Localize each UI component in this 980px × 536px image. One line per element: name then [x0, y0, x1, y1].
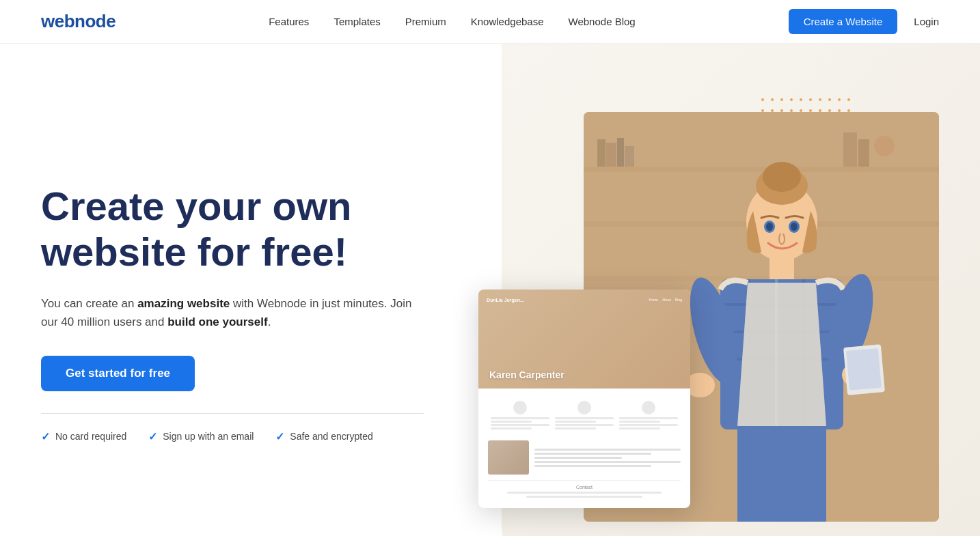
mockup-text-line-3	[534, 457, 622, 459]
trust-label-3: Safe and encrypted	[290, 431, 372, 442]
dot-decoration	[790, 98, 793, 101]
mockup-contact-line-1	[507, 492, 662, 494]
trust-label-1: No card required	[55, 431, 126, 442]
mockup-line-short-5	[619, 421, 660, 423]
trust-item-encrypted: ✓ Safe and encrypted	[275, 430, 372, 443]
mockup-icons-row	[488, 397, 681, 434]
dot-decoration	[819, 98, 821, 101]
create-website-button[interactable]: Create a Website	[789, 9, 898, 34]
mockup-text-line-1	[534, 449, 681, 451]
dot-decoration	[780, 98, 783, 101]
hero-left: Create your own website for free! You ca…	[41, 170, 506, 443]
mockup-person-name: Karen Carpenter	[489, 369, 564, 380]
trust-item-email: ✓ Sign up with an email	[148, 430, 254, 443]
subtitle-text-end: .	[268, 315, 271, 328]
svg-rect-15	[770, 255, 794, 283]
mockup-contact-section: Contact	[488, 480, 681, 498]
login-button[interactable]: Login	[914, 16, 939, 27]
mockup-line-2	[491, 424, 549, 426]
subtitle-bold-2: build one yourself	[167, 315, 267, 328]
mockup-contact-label: Contact	[488, 485, 681, 490]
mockup-text-line-5	[534, 465, 651, 467]
mockup-text-lines	[534, 440, 681, 475]
subtitle-text-before: You can create an	[41, 297, 137, 310]
svg-rect-33	[737, 426, 826, 522]
mockup-icon-3	[616, 397, 681, 434]
mockup-thumbnail	[488, 440, 529, 475]
mockup-icon-lines-2	[555, 417, 614, 429]
mockup-line-short-2	[491, 427, 532, 429]
mockup-line-short-6	[619, 427, 660, 429]
mockup-icon-lines-1	[491, 417, 549, 429]
mockup-icon-2	[552, 397, 616, 434]
mockup-nav-item-1: Home	[649, 298, 658, 302]
subtitle-bold-1: amazing website	[137, 297, 230, 310]
mockup-text-line-4	[534, 461, 681, 463]
mockup-nav: DunLia Jorgen... Home About Blog	[478, 295, 690, 305]
check-icon-1: ✓	[41, 430, 50, 443]
mockup-nav-item-2: About	[662, 298, 671, 302]
hero-right: DunLia Jorgen... Home About Blog Karen C…	[506, 85, 939, 528]
mockup-icon-circle-2	[577, 401, 591, 414]
mockup-icon-circle-1	[513, 401, 527, 414]
check-icon-2: ✓	[148, 430, 157, 443]
hero-section: Create your own website for free! You ca…	[0, 44, 980, 536]
mockup-nav-items: Home About Blog	[649, 298, 682, 302]
dot-decoration	[847, 98, 850, 101]
mockup-line	[491, 417, 549, 419]
svg-point-14	[763, 162, 801, 192]
mockup-line-5	[619, 417, 678, 419]
hero-title: Create your own website for free!	[41, 184, 506, 274]
header: webnode Features Templates Premium Knowl…	[0, 0, 980, 44]
dot-decoration	[809, 98, 812, 101]
mockup-line-6	[619, 424, 678, 426]
nav-features[interactable]: Features	[269, 16, 309, 27]
mockup-line-short	[491, 421, 532, 423]
mockup-nav-item-3: Blog	[675, 298, 682, 302]
mockup-body: Contact	[478, 389, 690, 508]
mockup-content-row	[488, 440, 681, 475]
svg-point-32	[791, 223, 798, 231]
svg-point-31	[766, 223, 773, 231]
main-nav: Features Templates Premium Knowledgebase…	[269, 16, 636, 27]
logo: webnode	[41, 11, 115, 32]
mockup-icon-lines-3	[619, 417, 678, 429]
mockup-icon-1	[488, 397, 552, 434]
mockup-icon-circle-3	[642, 401, 655, 414]
mockup-line-3	[555, 417, 614, 419]
trust-item-no-card: ✓ No card required	[41, 430, 126, 443]
dot-decoration	[761, 98, 764, 101]
mockup-line-4	[555, 424, 614, 426]
mockup-logo: DunLia Jorgen...	[487, 298, 524, 302]
dot-decoration	[828, 98, 831, 101]
divider	[41, 413, 424, 414]
mockup-line-short-3	[555, 421, 596, 423]
nav-templates[interactable]: Templates	[334, 16, 380, 27]
trust-badges: ✓ No card required ✓ Sign up with an ema…	[41, 430, 506, 443]
check-icon-3: ✓	[275, 430, 284, 443]
dot-decoration	[771, 98, 774, 101]
dot-decoration	[800, 98, 802, 101]
svg-rect-28	[846, 348, 882, 391]
nav-premium[interactable]: Premium	[405, 16, 446, 27]
nav-knowledgebase[interactable]: Knowledgebase	[471, 16, 544, 27]
header-actions: Create a Website Login	[789, 9, 939, 34]
mockup-line-short-4	[555, 427, 596, 429]
website-mockup-card: DunLia Jorgen... Home About Blog Karen C…	[478, 290, 690, 508]
dot-decoration	[838, 98, 841, 101]
get-started-button[interactable]: Get started for free	[41, 356, 195, 391]
nav-blog[interactable]: Webnode Blog	[569, 16, 636, 27]
mockup-contact-line-2	[526, 496, 642, 498]
trust-label-2: Sign up with an email	[163, 431, 254, 442]
mockup-text-line-2	[534, 453, 651, 455]
mockup-header: DunLia Jorgen... Home About Blog Karen C…	[478, 290, 690, 389]
hero-subtitle: You can create an amazing website with W…	[41, 294, 424, 331]
